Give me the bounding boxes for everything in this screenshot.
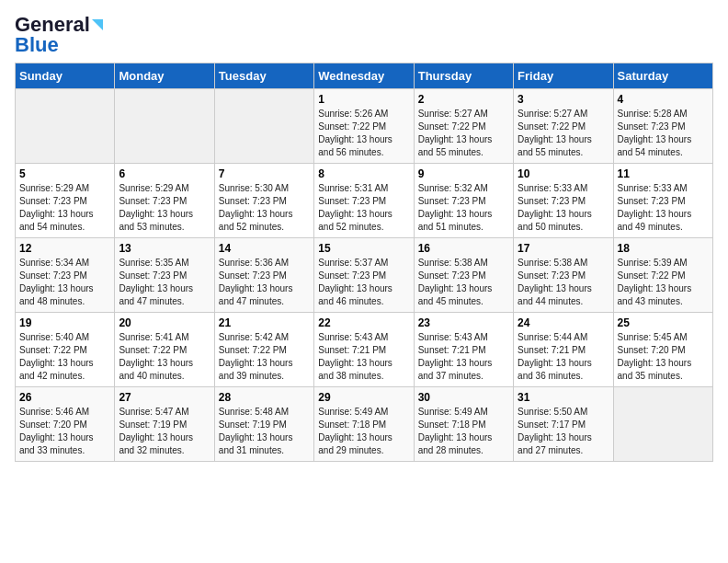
calendar-cell: 26Sunrise: 5:46 AMSunset: 7:20 PMDayligh…	[16, 387, 115, 462]
day-detail: Sunrise: 5:42 AMSunset: 7:22 PMDaylight:…	[219, 331, 310, 383]
day-number: 17	[518, 242, 609, 255]
day-number: 3	[518, 93, 609, 106]
calendar-cell: 18Sunrise: 5:39 AMSunset: 7:22 PMDayligh…	[613, 238, 712, 313]
day-number: 20	[119, 316, 210, 329]
calendar-cell: 12Sunrise: 5:34 AMSunset: 7:23 PMDayligh…	[16, 238, 115, 313]
calendar-cell	[16, 89, 115, 164]
calendar-cell: 27Sunrise: 5:47 AMSunset: 7:19 PMDayligh…	[115, 387, 214, 462]
day-detail: Sunrise: 5:44 AMSunset: 7:21 PMDaylight:…	[518, 331, 609, 383]
col-header-sunday: Sunday	[16, 63, 115, 89]
col-header-monday: Monday	[115, 63, 214, 89]
calendar-week-4: 19Sunrise: 5:40 AMSunset: 7:22 PMDayligh…	[16, 313, 713, 387]
day-detail: Sunrise: 5:33 AMSunset: 7:23 PMDaylight:…	[618, 182, 709, 234]
calendar-cell: 17Sunrise: 5:38 AMSunset: 7:23 PMDayligh…	[514, 238, 613, 313]
day-number: 18	[618, 242, 709, 255]
day-number: 5	[19, 167, 110, 180]
day-detail: Sunrise: 5:39 AMSunset: 7:22 PMDaylight:…	[618, 257, 709, 308]
calendar-week-2: 5Sunrise: 5:29 AMSunset: 7:23 PMDaylight…	[16, 164, 713, 238]
calendar-cell: 3Sunrise: 5:27 AMSunset: 7:22 PMDaylight…	[514, 89, 613, 164]
logo-blue: Blue	[15, 35, 59, 55]
day-number: 27	[119, 391, 210, 404]
calendar-cell: 16Sunrise: 5:38 AMSunset: 7:23 PMDayligh…	[414, 238, 513, 313]
day-number: 11	[618, 167, 709, 180]
day-detail: Sunrise: 5:32 AMSunset: 7:23 PMDaylight:…	[418, 182, 509, 234]
calendar-cell: 6Sunrise: 5:29 AMSunset: 7:23 PMDaylight…	[115, 164, 214, 238]
day-detail: Sunrise: 5:27 AMSunset: 7:22 PMDaylight:…	[418, 108, 509, 159]
day-detail: Sunrise: 5:49 AMSunset: 7:18 PMDaylight:…	[418, 406, 509, 457]
col-header-wednesday: Wednesday	[314, 63, 414, 89]
day-detail: Sunrise: 5:48 AMSunset: 7:19 PMDaylight:…	[219, 406, 310, 457]
calendar-cell: 24Sunrise: 5:44 AMSunset: 7:21 PMDayligh…	[514, 313, 613, 387]
day-detail: Sunrise: 5:27 AMSunset: 7:22 PMDaylight:…	[518, 108, 609, 159]
day-number: 25	[618, 316, 709, 329]
day-number: 7	[219, 167, 310, 180]
day-detail: Sunrise: 5:38 AMSunset: 7:23 PMDaylight:…	[518, 257, 609, 308]
calendar-cell: 4Sunrise: 5:28 AMSunset: 7:23 PMDaylight…	[613, 89, 712, 164]
day-number: 10	[518, 167, 609, 180]
calendar-cell	[613, 387, 712, 462]
day-detail: Sunrise: 5:29 AMSunset: 7:23 PMDaylight:…	[19, 182, 110, 234]
day-detail: Sunrise: 5:26 AMSunset: 7:22 PMDaylight:…	[318, 108, 409, 159]
day-detail: Sunrise: 5:43 AMSunset: 7:21 PMDaylight:…	[318, 331, 409, 383]
day-detail: Sunrise: 5:41 AMSunset: 7:22 PMDaylight:…	[119, 331, 210, 383]
calendar-cell: 31Sunrise: 5:50 AMSunset: 7:17 PMDayligh…	[514, 387, 613, 462]
logo-general: General	[15, 15, 90, 35]
calendar-cell: 30Sunrise: 5:49 AMSunset: 7:18 PMDayligh…	[414, 387, 513, 462]
day-detail: Sunrise: 5:45 AMSunset: 7:20 PMDaylight:…	[618, 331, 709, 383]
page-header: General Blue	[15, 15, 713, 55]
day-detail: Sunrise: 5:35 AMSunset: 7:23 PMDaylight:…	[119, 257, 210, 308]
logo: General Blue	[15, 15, 103, 55]
day-number: 22	[318, 316, 409, 329]
day-detail: Sunrise: 5:46 AMSunset: 7:20 PMDaylight:…	[19, 406, 110, 457]
calendar-header-row: SundayMondayTuesdayWednesdayThursdayFrid…	[16, 63, 713, 89]
calendar-week-1: 1Sunrise: 5:26 AMSunset: 7:22 PMDaylight…	[16, 89, 713, 164]
day-number: 23	[418, 316, 509, 329]
day-detail: Sunrise: 5:43 AMSunset: 7:21 PMDaylight:…	[418, 331, 509, 383]
day-number: 1	[318, 93, 409, 106]
day-number: 14	[219, 242, 310, 255]
calendar-cell: 20Sunrise: 5:41 AMSunset: 7:22 PMDayligh…	[115, 313, 214, 387]
calendar-cell: 7Sunrise: 5:30 AMSunset: 7:23 PMDaylight…	[214, 164, 313, 238]
col-header-friday: Friday	[514, 63, 613, 89]
day-number: 8	[318, 167, 409, 180]
day-number: 26	[19, 391, 110, 404]
day-detail: Sunrise: 5:49 AMSunset: 7:18 PMDaylight:…	[318, 406, 409, 457]
calendar-week-5: 26Sunrise: 5:46 AMSunset: 7:20 PMDayligh…	[16, 387, 713, 462]
calendar-cell: 11Sunrise: 5:33 AMSunset: 7:23 PMDayligh…	[613, 164, 712, 238]
day-detail: Sunrise: 5:40 AMSunset: 7:22 PMDaylight:…	[19, 331, 110, 383]
calendar-cell: 25Sunrise: 5:45 AMSunset: 7:20 PMDayligh…	[613, 313, 712, 387]
day-number: 12	[19, 242, 110, 255]
calendar-cell: 29Sunrise: 5:49 AMSunset: 7:18 PMDayligh…	[314, 387, 414, 462]
calendar-cell: 19Sunrise: 5:40 AMSunset: 7:22 PMDayligh…	[16, 313, 115, 387]
day-number: 6	[119, 167, 210, 180]
day-number: 19	[19, 316, 110, 329]
calendar-cell: 14Sunrise: 5:36 AMSunset: 7:23 PMDayligh…	[214, 238, 313, 313]
day-number: 2	[418, 93, 509, 106]
calendar-cell: 9Sunrise: 5:32 AMSunset: 7:23 PMDaylight…	[414, 164, 513, 238]
day-detail: Sunrise: 5:34 AMSunset: 7:23 PMDaylight:…	[19, 257, 110, 308]
day-number: 9	[418, 167, 509, 180]
day-detail: Sunrise: 5:38 AMSunset: 7:23 PMDaylight:…	[418, 257, 509, 308]
calendar-cell: 13Sunrise: 5:35 AMSunset: 7:23 PMDayligh…	[115, 238, 214, 313]
day-detail: Sunrise: 5:31 AMSunset: 7:23 PMDaylight:…	[318, 182, 409, 234]
day-detail: Sunrise: 5:47 AMSunset: 7:19 PMDaylight:…	[119, 406, 210, 457]
day-number: 30	[418, 391, 509, 404]
calendar-cell: 28Sunrise: 5:48 AMSunset: 7:19 PMDayligh…	[214, 387, 313, 462]
day-number: 28	[219, 391, 310, 404]
col-header-thursday: Thursday	[414, 63, 513, 89]
day-detail: Sunrise: 5:50 AMSunset: 7:17 PMDaylight:…	[518, 406, 609, 457]
day-detail: Sunrise: 5:33 AMSunset: 7:23 PMDaylight:…	[518, 182, 609, 234]
day-number: 16	[418, 242, 509, 255]
day-number: 29	[318, 391, 409, 404]
day-number: 15	[318, 242, 409, 255]
calendar-cell: 22Sunrise: 5:43 AMSunset: 7:21 PMDayligh…	[314, 313, 414, 387]
logo-arrow-icon	[92, 19, 103, 30]
day-detail: Sunrise: 5:37 AMSunset: 7:23 PMDaylight:…	[318, 257, 409, 308]
day-number: 13	[119, 242, 210, 255]
calendar-cell: 23Sunrise: 5:43 AMSunset: 7:21 PMDayligh…	[414, 313, 513, 387]
calendar-cell: 21Sunrise: 5:42 AMSunset: 7:22 PMDayligh…	[214, 313, 313, 387]
day-detail: Sunrise: 5:28 AMSunset: 7:23 PMDaylight:…	[618, 108, 709, 159]
day-number: 31	[518, 391, 609, 404]
col-header-tuesday: Tuesday	[214, 63, 313, 89]
calendar-cell	[115, 89, 214, 164]
